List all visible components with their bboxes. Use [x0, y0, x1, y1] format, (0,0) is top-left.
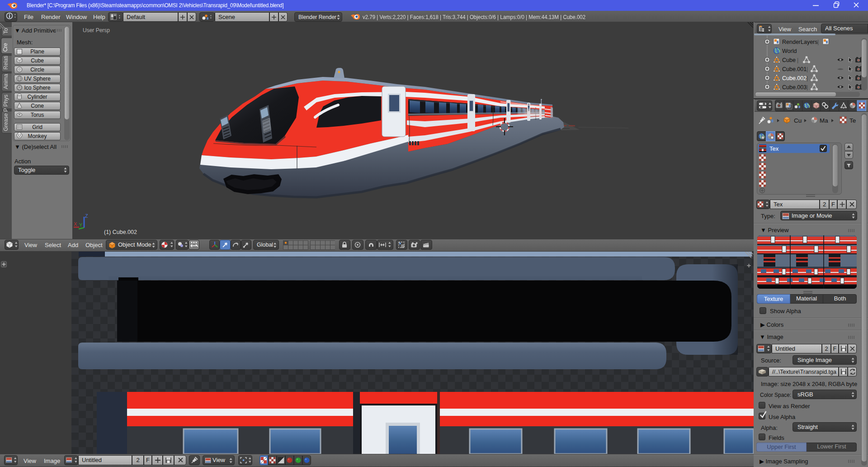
svg-text:|: |	[807, 66, 808, 72]
svg-text:(1) Cube.002: (1) Cube.002	[104, 229, 137, 235]
svg-text:World: World	[782, 48, 797, 54]
svg-text:RenderLayers: RenderLayers	[782, 39, 818, 45]
svg-text:|: |	[817, 39, 819, 45]
svg-text:Z: Z	[85, 213, 88, 219]
svg-text:Cube: Cube	[782, 57, 796, 63]
svg-text:|: |	[797, 57, 798, 63]
svg-text:Cu: Cu	[794, 117, 802, 124]
svg-text:|: |	[807, 75, 808, 81]
svg-text:Cube.001: Cube.001	[782, 66, 807, 72]
svg-text:X: X	[74, 221, 77, 227]
svg-text:Y: Y	[79, 222, 83, 228]
svg-text:User Persp: User Persp	[83, 27, 110, 33]
svg-text:Ma: Ma	[820, 117, 828, 124]
svg-text:|: |	[807, 84, 808, 91]
svg-text:Cube.003: Cube.003	[782, 84, 807, 91]
svg-text:Te: Te	[849, 117, 856, 124]
svg-text:Cube.002: Cube.002	[782, 75, 807, 81]
